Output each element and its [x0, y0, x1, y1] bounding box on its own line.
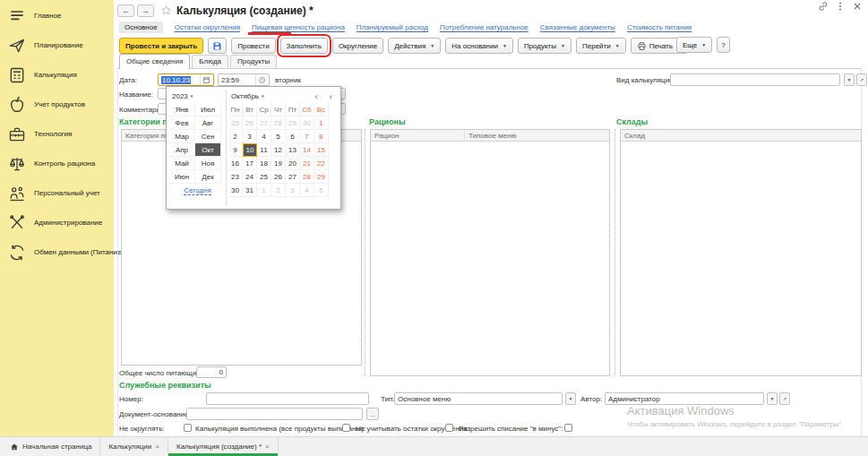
day-cell[interactable]: 15 — [314, 143, 329, 157]
day-cell[interactable]: 2 — [271, 184, 286, 197]
panel-splitter[interactable] — [614, 129, 615, 376]
kebab-menu-icon[interactable] — [835, 1, 846, 12]
today-link[interactable]: Сегодня — [169, 185, 226, 198]
next-month-button[interactable]: › — [326, 92, 335, 101]
checkbox-3[interactable] — [445, 424, 453, 432]
sidebar-item-1[interactable]: Главное — [0, 1, 114, 30]
nav-tab-5[interactable]: Потребление натуральное — [440, 23, 529, 31]
day-cell[interactable]: 31 — [243, 184, 257, 197]
help-button[interactable]: ? — [717, 37, 729, 53]
close-tab-icon[interactable]: × — [265, 443, 270, 451]
day-cell[interactable]: 17 — [243, 157, 257, 170]
day-cell[interactable]: 28 — [300, 170, 314, 184]
section-table-3[interactable]: Склад — [620, 129, 862, 376]
day-cell[interactable]: 4 — [300, 184, 314, 197]
day-cell[interactable]: 11 — [257, 143, 271, 157]
day-cell[interactable]: 25 — [228, 116, 243, 130]
day-cell[interactable]: 29 — [314, 170, 329, 184]
sidebar-item-8[interactable]: Администрирование — [0, 208, 114, 237]
day-cell[interactable]: 18 — [257, 157, 271, 170]
day-cell[interactable]: 4 — [257, 130, 271, 143]
day-cell[interactable]: 2 — [228, 130, 243, 143]
month-cell[interactable]: Апр — [169, 143, 195, 157]
month-cell[interactable]: Янв — [169, 103, 195, 116]
total-eaters-input[interactable]: 0 — [196, 366, 227, 378]
day-cell[interactable]: 27 — [286, 170, 300, 184]
toolbar-button-5[interactable]: Округление — [332, 38, 383, 54]
day-cell[interactable]: 21 — [300, 157, 314, 170]
time-input[interactable]: 23:59 — [218, 73, 270, 86]
subtab-1[interactable]: Общие сведения — [119, 54, 190, 69]
day-cell[interactable]: 30 — [300, 116, 314, 130]
panel-splitter[interactable] — [365, 129, 365, 376]
subtab-2[interactable]: Блюда — [192, 55, 228, 68]
type-dropdown-button[interactable]: ▼ — [565, 392, 576, 405]
close-icon[interactable] — [852, 1, 863, 12]
toolbar-button-6[interactable]: Действия▼ — [388, 38, 441, 54]
day-cell[interactable]: 28 — [271, 116, 286, 130]
month-cell[interactable]: Май — [169, 157, 195, 170]
sidebar-item-9[interactable]: Обмен данными (Питание) — [0, 237, 114, 267]
month-cell[interactable]: Окт — [195, 143, 221, 157]
calc-kind-open-button[interactable]: ↗ — [856, 73, 867, 86]
date-picker-month[interactable]: Октябрь — [231, 92, 259, 100]
day-cell[interactable]: 25 — [257, 170, 271, 184]
day-cell[interactable]: 29 — [286, 116, 300, 130]
month-cell[interactable]: Июн — [169, 170, 195, 184]
nav-tab-1[interactable]: Основное — [119, 22, 163, 33]
number-input[interactable] — [206, 392, 369, 405]
month-cell[interactable]: Авг — [195, 116, 221, 130]
day-cell[interactable]: 14 — [300, 143, 314, 157]
basis-more-button[interactable]: ... — [366, 408, 379, 420]
day-cell[interactable]: 1 — [314, 116, 329, 130]
close-tab-icon[interactable]: × — [155, 443, 159, 451]
day-cell[interactable]: 5 — [314, 184, 329, 197]
day-cell[interactable]: 5 — [271, 130, 286, 143]
sidebar-item-2[interactable]: Планирование — [0, 30, 114, 60]
taskbar-tab-3[interactable]: Калькуляция (создание) *× — [168, 437, 279, 456]
calc-kind-input[interactable] — [670, 73, 840, 86]
toolbar-button-3[interactable]: Провести — [231, 38, 275, 54]
day-cell[interactable]: 8 — [314, 130, 329, 143]
month-cell[interactable]: Июл — [195, 103, 221, 116]
day-cell[interactable]: 26 — [243, 116, 257, 130]
sidebar-item-5[interactable]: Технология — [0, 119, 114, 149]
day-cell[interactable]: 27 — [257, 116, 271, 130]
taskbar-tab-2[interactable]: Калькуляции× — [100, 437, 168, 456]
day-cell[interactable]: 16 — [228, 157, 243, 170]
day-cell[interactable]: 13 — [286, 143, 300, 157]
author-select[interactable]: Администратор — [605, 392, 764, 405]
sidebar-item-3[interactable]: Калькуляция — [0, 60, 114, 90]
day-cell[interactable]: 19 — [271, 157, 286, 170]
day-cell[interactable]: 3 — [286, 184, 300, 197]
date-input[interactable]: 10.10.23 — [158, 73, 214, 86]
day-cell[interactable]: 9 — [228, 143, 243, 157]
month-cell[interactable]: Сен — [195, 130, 221, 143]
toolbar-button-4[interactable]: Заполнить — [280, 38, 328, 54]
toolbar-button-7[interactable]: На основании▼ — [445, 38, 513, 54]
checkbox-2[interactable] — [342, 424, 350, 432]
checkbox-1[interactable] — [184, 424, 192, 432]
toolbar-button-9[interactable]: Перейти▼ — [576, 38, 626, 54]
sidebar-item-6[interactable]: Контроль рациона — [0, 149, 114, 178]
taskbar-tab-1[interactable]: Начальная страница — [2, 437, 100, 456]
toolbar-button-8[interactable]: Продукты▼ — [518, 38, 572, 54]
month-cell[interactable]: Мар — [169, 130, 195, 143]
calendar-icon[interactable] — [200, 74, 211, 85]
day-cell[interactable]: 3 — [243, 130, 257, 143]
sidebar-item-7[interactable]: Персональный учет — [0, 178, 114, 208]
basis-input[interactable] — [186, 408, 363, 420]
month-cell[interactable]: Фев — [169, 116, 195, 130]
favorite-star-icon[interactable] — [160, 4, 172, 16]
nav-tab-4[interactable]: Планируемый расход — [357, 23, 428, 31]
day-cell[interactable]: 22 — [314, 157, 329, 170]
day-cell[interactable]: 10 — [243, 143, 257, 157]
month-cell[interactable]: Ноя — [195, 157, 221, 170]
day-cell[interactable]: 6 — [286, 130, 300, 143]
nav-tab-2[interactable]: Остатки округления — [175, 23, 240, 31]
forward-button[interactable]: → — [137, 4, 154, 17]
day-cell[interactable]: 30 — [228, 184, 243, 197]
day-cell[interactable]: 12 — [271, 143, 286, 157]
back-button[interactable]: ← — [117, 4, 134, 17]
nav-tab-6[interactable]: Связанные документы — [540, 23, 615, 31]
